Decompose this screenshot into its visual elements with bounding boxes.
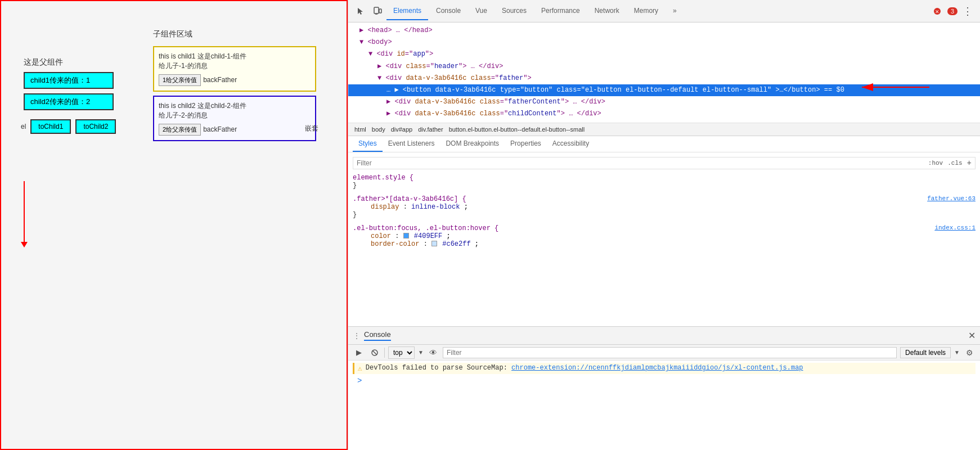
console-toolbar: ▶ top ▼ 👁 Default levels ▼ ⚙ bbox=[348, 345, 980, 361]
console-output: ⚠ DevTools failed to parse SourceMap: ch… bbox=[348, 361, 980, 450]
source-index-css[interactable]: index.css:1 bbox=[934, 224, 975, 231]
hov-button[interactable]: :hov bbox=[928, 160, 943, 166]
warning-text: DevTools failed to parse SourceMap: chro… bbox=[366, 364, 803, 372]
styles-tabs-bar: Styles Event Listeners DOM Breakpoints P… bbox=[348, 136, 980, 152]
child1-text: this is child1 这是child-1-组件 给儿子-1-的消息 bbox=[159, 52, 311, 71]
tab-styles[interactable]: Styles bbox=[353, 136, 383, 152]
tab-performance[interactable]: Performance bbox=[534, 2, 587, 20]
console-drag-handle[interactable]: ⋮ bbox=[353, 331, 361, 340]
svg-text:✕: ✕ bbox=[935, 9, 939, 15]
devtools-topbar: Elements Console Vue Sources Performance… bbox=[348, 0, 980, 22]
prop-display: display bbox=[362, 203, 399, 211]
val-color: #409EFF bbox=[414, 232, 442, 240]
console-separator bbox=[384, 348, 385, 358]
more-options-icon[interactable]: ⋮ bbox=[960, 3, 975, 19]
dom-app-line[interactable]: ▼ <div id="app"> bbox=[348, 48, 980, 60]
tab-console[interactable]: Console bbox=[429, 2, 467, 20]
svg-rect-1 bbox=[379, 9, 381, 13]
breadcrumb-button[interactable]: button.el-button.el-button--default.el-b… bbox=[447, 125, 587, 133]
devtools-right-icons: ✕ 3 ⋮ bbox=[929, 3, 975, 19]
dom-head-line[interactable]: ▶ <head> … </head> bbox=[348, 25, 980, 37]
child2-backfather-label: backFather bbox=[203, 125, 237, 133]
close-errors-icon[interactable]: ✕ bbox=[929, 3, 945, 19]
dom-body-line[interactable]: ▼ <body> bbox=[348, 37, 980, 48]
prompt-arrow: > bbox=[357, 376, 362, 385]
styles-content: :hov .cls + element.style { } .father>*[… bbox=[348, 152, 980, 327]
svg-line-8 bbox=[372, 350, 377, 355]
selector-element: element.style { bbox=[353, 174, 413, 182]
breadcrumb-divfather[interactable]: div.father bbox=[416, 125, 444, 133]
console-context-select[interactable]: top bbox=[388, 346, 415, 359]
console-select-arrow: ▼ bbox=[418, 349, 424, 356]
svg-rect-0 bbox=[374, 7, 379, 14]
breadcrumb-html[interactable]: html bbox=[353, 125, 368, 133]
tab-dom-breakpoints[interactable]: DOM Breakpoints bbox=[440, 136, 505, 152]
device-icon[interactable] bbox=[370, 3, 385, 19]
child1-backfather-label: backFather bbox=[203, 76, 237, 84]
filter-right-controls: :hov .cls + bbox=[928, 159, 972, 168]
styles-filter-input[interactable] bbox=[357, 159, 928, 167]
error-count-badge: 3 bbox=[947, 7, 957, 15]
breadcrumb-divapp[interactable]: div#app bbox=[389, 125, 415, 133]
tab-memory[interactable]: Memory bbox=[627, 2, 665, 20]
console-clear-icon[interactable] bbox=[368, 346, 381, 359]
mount-label: 嵌套 bbox=[305, 124, 318, 133]
style-rule-element: element.style { } bbox=[353, 174, 975, 190]
child2-back-button[interactable]: 2给父亲传值 bbox=[159, 124, 201, 136]
app-preview-panel: 子组件区域 这是父组件 child1传来的值：1 child2传来的值：2 el… bbox=[0, 0, 348, 450]
el-label: el bbox=[21, 123, 26, 130]
val-display: inline-block bbox=[411, 203, 460, 211]
console-settings-icon[interactable]: ⚙ bbox=[963, 346, 975, 359]
val-border-color: #c6e2ff bbox=[442, 240, 470, 248]
toChild1-button[interactable]: toChild1 bbox=[30, 119, 71, 134]
source-father-vue[interactable]: father.vue:63 bbox=[927, 195, 975, 202]
styles-filter-bar: :hov .cls + bbox=[353, 157, 975, 169]
color-swatch-c6e2ff bbox=[431, 241, 437, 246]
tab-elements[interactable]: Elements bbox=[386, 2, 428, 20]
tab-network[interactable]: Network bbox=[588, 2, 626, 20]
rule2-close-brace: } bbox=[353, 211, 357, 219]
cls-button[interactable]: .cls bbox=[947, 160, 962, 166]
devtools-panel: Elements Console Vue Sources Performance… bbox=[348, 0, 980, 450]
annotation-arrow-vertical bbox=[24, 181, 25, 243]
child1-back-button[interactable]: 1给父亲传值 bbox=[159, 74, 201, 86]
tab-properties[interactable]: Properties bbox=[505, 136, 547, 152]
breadcrumb-body[interactable]: body bbox=[370, 125, 387, 133]
console-run-icon[interactable]: ▶ bbox=[353, 346, 365, 359]
style-rule-father: .father>*[data-v-3ab6416c] { father.vue:… bbox=[353, 195, 975, 219]
style-rule-button: .el-button:focus, .el-button:hover { ind… bbox=[353, 224, 975, 248]
prop-color: color bbox=[362, 232, 391, 240]
console-filter-input[interactable] bbox=[443, 347, 897, 358]
tab-vue[interactable]: Vue bbox=[469, 2, 494, 20]
warning-line-1: ⚠ DevTools failed to parse SourceMap: ch… bbox=[353, 363, 975, 374]
child1-component-area: this is child1 这是child-1-组件 给儿子-1-的消息 1给… bbox=[153, 46, 316, 92]
dom-child-content-line[interactable]: ▶ <div data-v-3ab6416c class="childConte… bbox=[348, 108, 980, 120]
child2-value-display: child2传来的值：2 bbox=[24, 93, 114, 110]
console-header: ⋮ Console ✕ bbox=[348, 327, 980, 345]
tab-event-listeners[interactable]: Event Listeners bbox=[383, 136, 440, 152]
console-tab-label[interactable]: Console bbox=[364, 330, 391, 341]
console-levels-button[interactable]: Default levels bbox=[900, 347, 951, 358]
rule-close-brace: } bbox=[353, 182, 357, 190]
console-eye-icon[interactable]: 👁 bbox=[427, 346, 439, 359]
dom-header-line[interactable]: ▶ <div class="header"> … </div> bbox=[348, 61, 980, 73]
warning-link[interactable]: chrome-extension://ncennffkjdiamlpmcbajk… bbox=[511, 364, 803, 372]
warning-icon: ⚠ bbox=[358, 364, 362, 373]
add-style-icon[interactable]: + bbox=[967, 159, 972, 168]
console-section: ⋮ Console ✕ ▶ top ▼ 👁 bbox=[348, 326, 980, 450]
cursor-icon[interactable] bbox=[353, 3, 368, 19]
levels-arrow: ▼ bbox=[954, 349, 960, 356]
sub-area-label: 子组件区域 bbox=[153, 29, 192, 39]
dom-tree[interactable]: ▶ <head> … </head> ▼ <body> ▼ <div id="a… bbox=[348, 22, 980, 123]
console-close-button[interactable]: ✕ bbox=[968, 330, 975, 341]
breadcrumb-bar: html body div#app div.father button.el-b… bbox=[348, 123, 980, 136]
tab-sources[interactable]: Sources bbox=[495, 2, 533, 20]
child2-text: this is child2 这是child-2-组件 给儿子-2-的消息 bbox=[159, 101, 311, 120]
tab-accessibility[interactable]: Accessibility bbox=[547, 136, 595, 152]
console-prompt-line: > bbox=[353, 374, 975, 388]
dom-red-arrow bbox=[856, 79, 935, 100]
toChild2-button[interactable]: toChild2 bbox=[75, 119, 116, 134]
color-swatch-409eff bbox=[403, 233, 409, 238]
tab-more[interactable]: » bbox=[666, 2, 684, 20]
child2-component-area: this is child2 这是child-2-组件 给儿子-2-的消息 2给… bbox=[153, 96, 316, 141]
